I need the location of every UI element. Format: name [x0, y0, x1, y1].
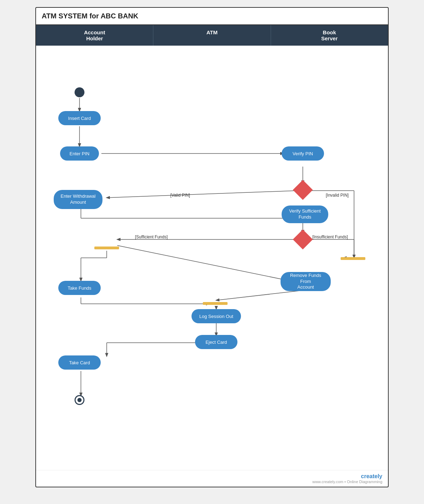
left-sync-bar — [94, 247, 119, 249]
sufficient-funds-label: [Sufficient Funds] — [135, 234, 168, 239]
swimlane-header: AccountHolder ATM BookServer — [36, 25, 388, 46]
diagram-title: ATM SYSTEM for ABC BANK — [36, 8, 388, 25]
svg-line-4 — [107, 191, 297, 198]
swimlane-body: Insert Card Enter PIN Enter Withdrawal A… — [36, 46, 388, 470]
log-session-node: Log Session Out — [192, 309, 241, 323]
verify-funds-node: Verify Sufficient Funds — [282, 205, 328, 223]
invalid-pin-label: [Invalid PIN] — [326, 193, 349, 198]
remove-funds-node: Remove Funds From Account — [281, 272, 331, 291]
insert-card-node: Insert Card — [58, 111, 101, 125]
arrows-layer — [36, 46, 388, 470]
end-inner-circle — [77, 398, 82, 402]
atm-sync-bar — [203, 302, 228, 305]
creately-site: www.creately.com • Online Diagramming — [312, 480, 382, 484]
enter-withdrawal-node: Enter Withdrawal Amount — [54, 190, 102, 209]
verify-pin-node: Verify PIN — [282, 146, 324, 161]
creately-brand: creately — [361, 473, 383, 479]
take-card-node: Take Card — [58, 355, 101, 370]
lane-header-atm: ATM — [153, 25, 271, 46]
lane-header-account-holder: AccountHolder — [36, 25, 153, 46]
diagram-container: ATM SYSTEM for ABC BANK AccountHolder AT… — [35, 7, 389, 487]
end-node — [75, 395, 84, 405]
pin-decision-diamond — [293, 180, 313, 200]
enter-pin-node: Enter PIN — [60, 146, 99, 161]
funds-decision-diamond — [293, 230, 313, 250]
insufficient-funds-label: [Insufficient Funds] — [312, 234, 348, 239]
take-funds-node: Take Funds — [58, 281, 101, 295]
start-node — [75, 87, 84, 97]
svg-line-19 — [216, 290, 303, 300]
watermark: creately www.creately.com • Online Diagr… — [36, 470, 388, 487]
valid-pin-label: [Valid PIN] — [170, 193, 190, 198]
svg-line-17 — [117, 245, 290, 281]
lane-header-book-server: BookServer — [271, 25, 388, 46]
right-sync-bar — [341, 257, 365, 260]
eject-card-node: Eject Card — [195, 335, 237, 349]
